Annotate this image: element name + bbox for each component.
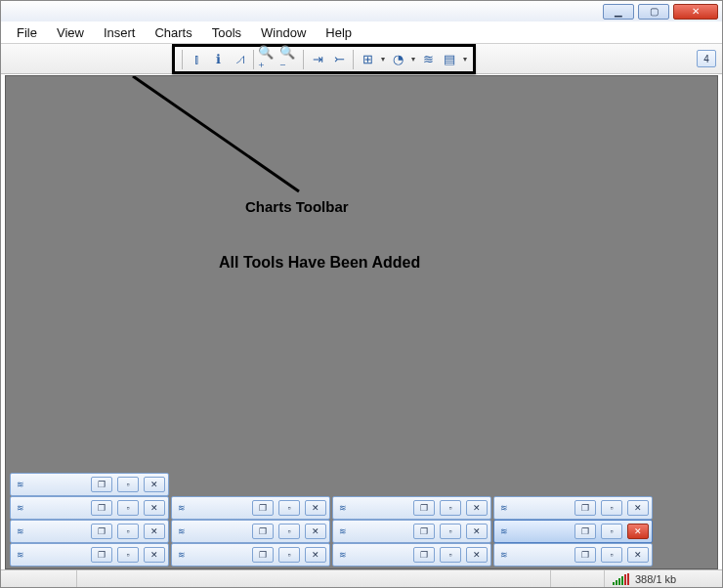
- child-window[interactable]: ≋❐▫✕: [171, 496, 330, 520]
- child-maximize-button[interactable]: ▫: [440, 524, 461, 539]
- child-close-button[interactable]: ✕: [144, 500, 165, 516]
- child-window[interactable]: ≋❐▫✕: [332, 543, 491, 567]
- child-maximize-button[interactable]: ▫: [117, 477, 139, 492]
- child-maximize-button[interactable]: ▫: [278, 500, 300, 516]
- child-maximize-button[interactable]: ▫: [117, 500, 139, 516]
- child-window-row: ≋❐▫✕≋❐▫✕≋❐▫✕≋❐▫✕: [10, 543, 653, 567]
- child-close-button[interactable]: ✕: [627, 500, 649, 516]
- side-panel-tab[interactable]: 4: [697, 50, 716, 67]
- child-close-button[interactable]: ✕: [466, 524, 488, 539]
- child-window-row: ≋❐▫✕≋❐▫✕≋❐▫✕≋❐▫✕: [10, 496, 653, 520]
- chart-window-icon: ≋: [14, 501, 27, 515]
- auto-scroll-icon[interactable]: ⇥: [307, 49, 328, 70]
- child-maximize-button[interactable]: ▫: [278, 547, 300, 563]
- child-restore-button[interactable]: ❐: [91, 524, 112, 539]
- child-window[interactable]: ≋❐▫✕: [10, 520, 169, 543]
- child-restore-button[interactable]: ❐: [252, 547, 274, 563]
- chart-window-icon: ≋: [497, 501, 511, 515]
- child-window[interactable]: ≋❐▫✕: [332, 496, 491, 520]
- workspace: Charts Toolbar All Tools Have Been Added…: [5, 75, 718, 569]
- menu-window[interactable]: Window: [251, 23, 316, 42]
- menu-help[interactable]: Help: [316, 23, 362, 42]
- bar-chart-icon[interactable]: ⫿: [186, 49, 207, 70]
- child-close-button[interactable]: ✕: [627, 524, 649, 539]
- status-cell-2: [551, 570, 605, 587]
- close-button[interactable]: ✕: [673, 4, 718, 20]
- child-restore-button[interactable]: ❐: [413, 547, 435, 563]
- child-restore-button[interactable]: ❐: [252, 524, 274, 539]
- child-close-button[interactable]: ✕: [466, 500, 488, 516]
- child-close-button[interactable]: ✕: [144, 477, 165, 492]
- tile-icon-dropdown[interactable]: ▾: [460, 55, 469, 63]
- child-maximize-button[interactable]: ▫: [601, 500, 622, 516]
- indicators-icon[interactable]: ⊞: [357, 49, 378, 70]
- charts-toolbar: ⫿ℹ⩘🔍⁺🔍⁻⇥⤚⊞▾◔▾≋▤▾: [172, 44, 476, 74]
- annotation-all-tools-label: All Tools Have Been Added: [219, 254, 420, 272]
- chart-window-icon: ≋: [336, 548, 350, 562]
- network-traffic-label: 388/1 kb: [635, 573, 676, 585]
- child-window[interactable]: ≋❐▫✕: [10, 543, 169, 567]
- child-maximize-button[interactable]: ▫: [440, 500, 461, 516]
- zoom-in-icon[interactable]: 🔍⁺: [257, 49, 278, 70]
- child-maximize-button[interactable]: ▫: [440, 547, 461, 563]
- child-restore-button[interactable]: ❐: [413, 500, 435, 516]
- child-restore-button[interactable]: ❐: [574, 547, 596, 563]
- child-window[interactable]: ≋❐▫✕: [10, 473, 169, 496]
- child-window[interactable]: ≋❐▫✕: [171, 520, 330, 543]
- menu-insert[interactable]: Insert: [94, 23, 146, 42]
- child-restore-button[interactable]: ❐: [574, 500, 596, 516]
- child-window-row: ≋❐▫✕: [10, 473, 653, 496]
- child-window[interactable]: ≋❐▫✕: [493, 496, 653, 520]
- chart-window-icon: ≋: [336, 525, 350, 538]
- menu-view[interactable]: View: [47, 23, 94, 42]
- child-restore-button[interactable]: ❐: [91, 547, 112, 563]
- child-maximize-button[interactable]: ▫: [601, 524, 622, 539]
- child-restore-button[interactable]: ❐: [574, 524, 596, 539]
- signal-icon: [613, 573, 629, 585]
- child-window-row: ≋❐▫✕≋❐▫✕≋❐▫✕≋❐▫✕: [10, 520, 653, 543]
- chart-window-icon: ≋: [14, 525, 27, 538]
- chart-window-icon: ≋: [14, 478, 27, 491]
- child-close-button[interactable]: ✕: [144, 547, 165, 563]
- child-maximize-button[interactable]: ▫: [117, 547, 139, 563]
- child-close-button[interactable]: ✕: [305, 500, 326, 516]
- child-maximize-button[interactable]: ▫: [601, 547, 622, 563]
- periodicity-icon-dropdown[interactable]: ▾: [408, 55, 417, 63]
- child-window[interactable]: ≋❐▫✕: [332, 520, 491, 543]
- child-restore-button[interactable]: ❐: [91, 477, 112, 492]
- periodicity-icon[interactable]: ◔: [387, 49, 408, 70]
- menu-charts[interactable]: Charts: [145, 23, 201, 42]
- chart-window-icon: ≋: [175, 525, 189, 538]
- child-window[interactable]: ≋❐▫✕: [10, 496, 169, 520]
- templates-icon[interactable]: ≋: [417, 49, 439, 70]
- child-restore-button[interactable]: ❐: [413, 524, 435, 539]
- chart-window-icon: ≋: [336, 501, 350, 515]
- candlestick-icon[interactable]: ℹ: [207, 49, 229, 70]
- child-restore-button[interactable]: ❐: [252, 500, 274, 516]
- child-maximize-button[interactable]: ▫: [278, 524, 300, 539]
- toolbar-row: 4 ⫿ℹ⩘🔍⁺🔍⁻⇥⤚⊞▾◔▾≋▤▾: [1, 44, 722, 74]
- menu-tools[interactable]: Tools: [202, 23, 251, 42]
- annotation-charts-toolbar-label: Charts Toolbar: [245, 198, 349, 215]
- line-chart-icon[interactable]: ⩘: [229, 49, 250, 70]
- child-close-button[interactable]: ✕: [305, 524, 326, 539]
- status-cell-stretch: [77, 570, 551, 587]
- tile-icon[interactable]: ▤: [439, 49, 460, 70]
- zoom-out-icon[interactable]: 🔍⁻: [278, 49, 300, 70]
- child-window[interactable]: ≋❐▫✕: [171, 543, 330, 567]
- indicators-icon-dropdown[interactable]: ▾: [378, 55, 387, 63]
- child-close-button[interactable]: ✕: [144, 524, 165, 539]
- child-close-button[interactable]: ✕: [466, 547, 488, 563]
- child-restore-button[interactable]: ❐: [91, 500, 112, 516]
- child-window[interactable]: ≋❐▫✕: [493, 520, 653, 543]
- chart-shift-icon[interactable]: ⤚: [328, 49, 350, 70]
- chart-window-icon: ≋: [175, 548, 189, 562]
- minimize-button[interactable]: ▁: [603, 4, 634, 20]
- child-close-button[interactable]: ✕: [627, 547, 649, 563]
- menu-file[interactable]: File: [7, 23, 47, 42]
- svg-line-0: [133, 76, 299, 191]
- maximize-button[interactable]: ▢: [638, 4, 669, 20]
- child-window[interactable]: ≋❐▫✕: [493, 543, 653, 567]
- child-maximize-button[interactable]: ▫: [117, 524, 139, 539]
- child-close-button[interactable]: ✕: [305, 547, 326, 563]
